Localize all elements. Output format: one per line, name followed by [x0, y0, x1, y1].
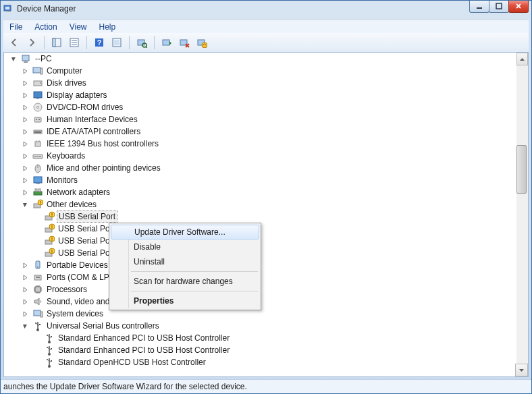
svg-rect-37: [34, 132, 41, 133]
tree-item-dvd[interactable]: DVD/CD-ROM drives: [4, 101, 516, 113]
status-bar: aunches the Update Driver Software Wizar…: [1, 379, 531, 393]
svg-rect-40: [34, 156, 36, 157]
menu-view[interactable]: View: [63, 20, 93, 34]
pc-icon: [21, 53, 32, 64]
titlebar: Device Manager: [1, 1, 531, 17]
tree-item-label: DVD/CD-ROM drives: [45, 102, 124, 113]
context-update-driver[interactable]: Update Driver Software...: [111, 225, 259, 240]
expand-icon[interactable]: [20, 78, 30, 88]
expand-icon[interactable]: [20, 102, 30, 113]
expand-icon[interactable]: [20, 284, 30, 295]
expand-icon[interactable]: [31, 345, 42, 356]
tree-item-usb-host-controller[interactable]: Standard Enhanced PCI to USB Host Contro…: [4, 332, 516, 344]
expand-icon[interactable]: [20, 150, 30, 161]
menu-action[interactable]: Action: [28, 20, 63, 34]
expand-icon[interactable]: [20, 260, 30, 271]
expand-icon[interactable]: [20, 296, 30, 307]
svg-rect-45: [34, 177, 42, 183]
minimize-button[interactable]: [469, 0, 489, 13]
context-separator: [131, 291, 258, 291]
tree-item-usb-host-controller[interactable]: Standard Enhanced PCI to USB Host Contro…: [4, 344, 516, 356]
expand-icon[interactable]: [20, 163, 30, 173]
tree-item-display[interactable]: Display adapters: [4, 89, 516, 101]
tree-item-label: USB Serial Po: [57, 248, 111, 258]
svg-text:!: !: [40, 200, 41, 205]
scroll-thumb[interactable]: [516, 145, 527, 194]
svg-point-70: [38, 277, 40, 278]
ide-icon: [32, 126, 43, 137]
tree-item-other-devices[interactable]: ! Other devices: [4, 198, 516, 210]
vertical-scrollbar[interactable]: [516, 53, 528, 376]
expand-icon[interactable]: [20, 90, 30, 101]
svg-rect-4: [496, 3, 502, 9]
svg-point-69: [37, 277, 38, 278]
tree-item-label: System devices: [45, 308, 105, 319]
context-properties[interactable]: Properties: [111, 293, 259, 308]
expand-icon[interactable]: [20, 320, 30, 331]
svg-rect-46: [36, 184, 40, 184]
svg-rect-28: [34, 92, 42, 98]
tree-item-mouse[interactable]: Mice and other pointing devices: [4, 162, 516, 174]
svg-text:!: !: [51, 213, 53, 217]
context-scan[interactable]: Scan for hardware changes: [111, 274, 259, 289]
tree-item-label: Mice and other pointing devices: [45, 163, 162, 173]
menu-file[interactable]: File: [3, 20, 28, 34]
device-tree[interactable]: --PC Computer Disk drives Display adapte…: [4, 53, 516, 376]
expand-icon[interactable]: [31, 235, 42, 246]
tree-item-monitor[interactable]: Monitors: [4, 174, 516, 186]
tree-item-network[interactable]: Network adapters: [4, 186, 516, 198]
tree-item-usb-serial-port[interactable]: ! USB Serial Port: [4, 210, 516, 223]
close-button[interactable]: [508, 0, 529, 13]
tree-item-keyboard[interactable]: Keyboards: [4, 150, 516, 162]
context-uninstall[interactable]: Uninstall: [111, 254, 259, 269]
tree-item-usb-host-controller[interactable]: Standard OpenHCD USB Host Controller: [4, 356, 516, 368]
expand-icon[interactable]: [20, 187, 30, 198]
help-button[interactable]: ?: [91, 34, 107, 51]
tree-item-disk[interactable]: Disk drives: [4, 77, 516, 89]
expand-icon[interactable]: [20, 199, 30, 210]
properties-button[interactable]: [66, 34, 82, 51]
forward-button[interactable]: [24, 34, 40, 51]
expand-icon[interactable]: [31, 248, 42, 258]
expand-icon[interactable]: [8, 53, 19, 64]
action-button[interactable]: [109, 34, 125, 51]
unknown-icon: !: [44, 248, 55, 258]
tree-item-label: Network adapters: [45, 187, 111, 198]
back-button[interactable]: [6, 34, 22, 51]
usbctrl-icon: [44, 333, 55, 343]
expand-icon[interactable]: [20, 126, 30, 137]
svg-point-66: [37, 266, 38, 268]
expand-icon[interactable]: [20, 308, 30, 319]
expand-icon[interactable]: [20, 65, 30, 76]
expand-icon[interactable]: [20, 114, 30, 125]
tree-item-ieee[interactable]: IEEE 1394 Bus host controllers: [4, 138, 516, 150]
menu-help[interactable]: Help: [93, 20, 122, 34]
client-area: --PC Computer Disk drives Display adapte…: [3, 52, 529, 377]
context-disable[interactable]: Disable: [111, 240, 259, 254]
expand-icon[interactable]: [20, 272, 30, 283]
scan-hardware-button[interactable]: [134, 34, 150, 51]
disable-button[interactable]: [176, 34, 192, 51]
expand-icon[interactable]: [20, 175, 30, 186]
show-hide-console-tree-button[interactable]: [49, 34, 65, 51]
tree-item-usb-controllers[interactable]: Universal Serial Bus controllers: [4, 320, 516, 332]
expand-icon[interactable]: [31, 211, 42, 222]
monitor-icon: [32, 175, 43, 186]
update-driver-button[interactable]: [159, 34, 175, 51]
expand-icon[interactable]: [31, 223, 42, 234]
svg-point-81: [47, 347, 48, 348]
maximize-button[interactable]: [489, 0, 509, 13]
tree-item-ide[interactable]: IDE ATA/ATAPI controllers: [4, 125, 516, 138]
expand-icon[interactable]: [31, 333, 42, 343]
scroll-track[interactable]: [516, 64, 528, 365]
tree-item-computer[interactable]: Computer: [4, 65, 516, 77]
expand-icon[interactable]: [31, 357, 42, 368]
expand-icon[interactable]: [20, 138, 30, 149]
mouse-icon: [32, 163, 43, 173]
ieee-icon: [32, 138, 43, 149]
tree-root[interactable]: --PC: [4, 53, 516, 65]
svg-point-74: [36, 329, 39, 331]
scroll-down-button[interactable]: [515, 364, 528, 376]
tree-item-hid[interactable]: Human Interface Devices: [4, 113, 516, 125]
uninstall-button[interactable]: [194, 34, 210, 51]
